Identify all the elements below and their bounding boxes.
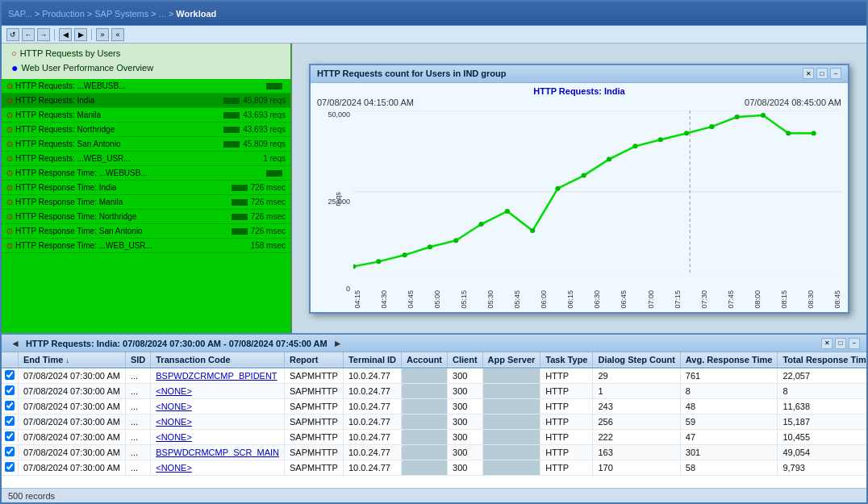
sidebar-row[interactable]: ⊙ HTTP Response Time: India 726 msec — [2, 181, 290, 195]
chart-close-btn[interactable]: ✕ — [803, 68, 814, 79]
row-label: HTTP Requests: India — [15, 96, 94, 105]
sidebar-rows: ⊙ HTTP Requests: ...WEBUSB... ⊙ HTTP Req… — [2, 79, 290, 333]
table-cell-6-3[interactable]: <NONE> — [151, 460, 285, 476]
row-value: 45,809 reqs — [243, 140, 286, 148]
col-header-2[interactable]: SID — [125, 352, 150, 368]
breadcrumb-root[interactable]: SAP... — [8, 9, 32, 19]
table-cell-3-0[interactable] — [2, 414, 19, 430]
table-cell-4-3[interactable]: <NONE> — [151, 430, 285, 445]
chart-max-btn[interactable]: □ — [816, 68, 828, 79]
col-header-0[interactable] — [2, 352, 19, 368]
table-cell-2-0[interactable] — [2, 399, 19, 414]
table-cell-2-3[interactable]: <NONE> — [151, 399, 285, 414]
table-cell-1-3[interactable]: <NONE> — [151, 384, 285, 399]
toolbar-btn-prev[interactable]: ◀ — [59, 28, 72, 41]
table-cell-3-10: 256 — [593, 414, 680, 430]
table-container[interactable]: End Time ↓SIDTransaction CodeReportTermi… — [2, 352, 866, 488]
table-cell-4-12: 10,455 — [778, 430, 866, 445]
toolbar-btn-back[interactable]: ← — [22, 28, 35, 41]
row-bar — [223, 112, 240, 119]
table-row[interactable]: 07/08/2024 07:30:00 AM...<NONE>SAPMHTTP1… — [2, 399, 866, 414]
svg-point-5 — [376, 259, 381, 264]
svg-point-19 — [735, 115, 740, 119]
sidebar-row[interactable]: ⊙ HTTP Requests: ...WEB_USR... 1 reqs — [2, 152, 290, 166]
table-cell-3-3[interactable]: <NONE> — [151, 414, 285, 430]
sidebar-http-requests-header[interactable]: ○ HTTP Requests by Users — [8, 47, 284, 60]
row-bullet-icon: ⊙ — [6, 183, 13, 192]
table-cell-0-11: 761 — [680, 368, 778, 384]
sidebar-row[interactable]: ⊙ HTTP Requests: San Antonio 45,809 reqs — [2, 137, 290, 152]
sidebar-web-user-header[interactable]: ● Web User Performance Overview — [8, 60, 284, 76]
breadcrumb-instance[interactable]: ... — [159, 9, 166, 19]
row-label: HTTP Requests: Manila — [15, 110, 101, 119]
svg-point-8 — [453, 238, 458, 243]
toolbar-btn-next[interactable]: ▶ — [74, 28, 87, 41]
chart-x-label: 06:00 — [540, 290, 548, 309]
table-row[interactable]: 07/08/2024 07:30:00 AM...<NONE>SAPMHTTP1… — [2, 430, 866, 445]
row-bullet-icon: ⊙ — [6, 154, 13, 163]
table-cell-5-3[interactable]: BSPWDCRMCMP_SCR_MAIN — [151, 445, 285, 460]
breadcrumb-sap[interactable]: SAP Systems — [94, 9, 148, 19]
svg-point-15 — [632, 144, 637, 148]
table-max-btn[interactable]: □ — [835, 338, 846, 349]
col-header-3[interactable]: Transaction Code — [151, 352, 285, 368]
col-header-1[interactable]: End Time ↓ — [19, 352, 126, 368]
table-cell-3-12: 15,187 — [778, 414, 866, 430]
table-nav-left[interactable]: ◄ — [8, 338, 23, 349]
sidebar-row[interactable]: ⊙ HTTP Requests: Manila 43,693 reqs — [2, 108, 290, 123]
sidebar-row[interactable]: ⊙ HTTP Response Time: ...WEBUSB... — [2, 166, 290, 181]
sidebar-row[interactable]: ⊙ HTTP Response Time: San Antonio 726 ms… — [2, 224, 290, 239]
col-header-12[interactable]: Total Response Time — [778, 352, 866, 368]
table-row[interactable]: 07/08/2024 07:30:00 AM...<NONE>SAPMHTTP1… — [2, 460, 866, 476]
svg-point-22 — [811, 131, 816, 135]
sidebar: ○ HTTP Requests by Users ● Web User Perf… — [2, 44, 292, 333]
col-header-7[interactable]: Client — [448, 352, 483, 368]
row-left: ⊙ HTTP Requests: Northridge — [6, 125, 223, 134]
col-header-9[interactable]: Task Type — [540, 352, 593, 368]
row-bar — [266, 170, 282, 177]
col-header-10[interactable]: Dialog Step Count — [593, 352, 680, 368]
sidebar-row[interactable]: ⊙ HTTP Requests: India 45,809 reqs — [2, 94, 290, 108]
sidebar-row[interactable]: ⊙ HTTP Requests: Northridge 43,693 reqs — [2, 123, 290, 137]
toolbar-btn-expand[interactable]: » — [96, 28, 109, 41]
sidebar-row[interactable]: ⊙ HTTP Response Time: Manila 726 msec — [2, 195, 290, 210]
table-cell-3-11: 59 — [680, 414, 778, 430]
row-bar — [232, 228, 248, 235]
chart-window-btns: ✕ □ − — [803, 68, 841, 79]
col-header-8[interactable]: App Server — [482, 352, 540, 368]
breadcrumb-prod[interactable]: Production — [42, 9, 85, 19]
col-header-6[interactable]: Account — [402, 352, 448, 368]
sidebar-row[interactable]: ⊙ HTTP Response Time: ...WEB_USR... 158 … — [2, 239, 290, 253]
sidebar-row[interactable]: ⊙ HTTP Requests: ...WEBUSB... — [2, 79, 290, 94]
table-cell-6-0[interactable] — [2, 460, 19, 476]
table-min-btn[interactable]: − — [849, 338, 860, 349]
col-header-5[interactable]: Terminal ID — [343, 352, 401, 368]
row-left: ⊙ HTTP Response Time: ...WEBUSB... — [6, 169, 266, 177]
table-close-btn[interactable]: ✕ — [821, 338, 833, 349]
toolbar-btn-collapse[interactable]: « — [111, 28, 124, 41]
table-cell-0-2: ... — [125, 368, 150, 384]
table-row[interactable]: 07/08/2024 07:30:00 AM...<NONE>SAPMHTTP1… — [2, 384, 866, 399]
table-cell-5-6 — [402, 445, 448, 460]
table-cell-0-0[interactable] — [2, 368, 19, 384]
sidebar-row[interactable]: ⊙ HTTP Response Time: Northridge 726 mse… — [2, 210, 290, 224]
table-cell-1-0[interactable] — [2, 384, 19, 399]
toolbar-sep2 — [91, 29, 92, 40]
table-cell-1-1: 07/08/2024 07:30:00 AM — [19, 384, 126, 399]
table-nav-right[interactable]: ► — [331, 338, 345, 349]
table-cell-5-0[interactable] — [2, 445, 19, 460]
table-row[interactable]: 07/08/2024 07:30:00 AM...BSPWDZCRMCMP_BP… — [2, 368, 866, 384]
table-row[interactable]: 07/08/2024 07:30:00 AM...BSPWDCRMCMP_SCR… — [2, 445, 866, 460]
row-label: HTTP Requests: San Antonio — [15, 140, 120, 148]
table-title-left: ◄ HTTP Requests: India: 07/08/2024 07:30… — [8, 338, 345, 349]
col-header-11[interactable]: Avg. Response Time — [680, 352, 778, 368]
table-cell-0-3[interactable]: BSPWDZCRMCMP_BPIDENT — [151, 368, 285, 384]
table-window-btns: ✕ □ − — [821, 338, 860, 349]
table-row[interactable]: 07/08/2024 07:30:00 AM...<NONE>SAPMHTTP1… — [2, 414, 866, 430]
toolbar-btn-refresh[interactable]: ↺ — [6, 28, 19, 41]
chart-x-label: 05:15 — [460, 290, 468, 309]
col-header-4[interactable]: Report — [285, 352, 344, 368]
table-cell-4-0[interactable] — [2, 430, 19, 445]
chart-min-btn[interactable]: − — [830, 68, 841, 79]
toolbar-btn-forward[interactable]: → — [37, 28, 50, 41]
